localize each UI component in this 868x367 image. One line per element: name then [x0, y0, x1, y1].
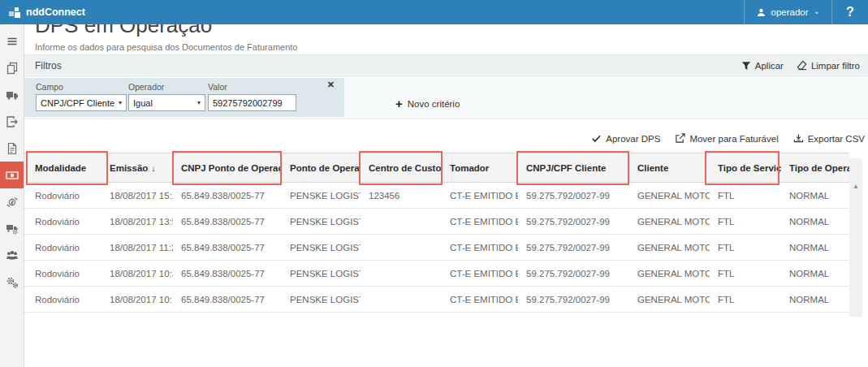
move-to-billable-button[interactable]: Mover para Faturável	[675, 133, 778, 144]
field-select[interactable]: CNPJ/CPF Cliente ▾	[36, 94, 127, 111]
cell-cliente: GENERAL MOTORS ...	[629, 183, 710, 208]
column-header-centro-custo[interactable]: Centro de Custo	[361, 153, 442, 182]
cell-ponto-operacao: PENSKE LOGISTICS C...	[282, 209, 361, 234]
table-toolbar: Aprovar DPS Mover para Faturável Exporta…	[591, 133, 865, 144]
filters-title: Filtros	[35, 60, 62, 71]
sidebar-item-fleet-config[interactable]	[0, 215, 24, 242]
money-sync-icon	[6, 196, 19, 209]
cell-emissao: 18/08/2017 10:38	[101, 261, 173, 286]
column-header-tipo-servico[interactable]: Tipo de Serviço	[710, 153, 781, 182]
cell-modalidade: Rodoviário	[24, 261, 101, 286]
page-title: DPS em Operação	[35, 24, 212, 38]
remove-criterion-button[interactable]: ✕	[327, 80, 335, 89]
export-csv-button[interactable]: Exportar CSV	[793, 133, 865, 144]
user-menu[interactable]: operador ⌄	[745, 0, 831, 24]
plus-icon: +	[395, 99, 403, 109]
scroll-up-icon[interactable]: ▲	[849, 183, 862, 190]
column-header-cnpj-ponto-operacao[interactable]: CNPJ Ponto de Operação	[173, 153, 282, 182]
sidebar-item-dps-operacao[interactable]	[0, 162, 24, 188]
brand[interactable]: nddConnect	[8, 6, 85, 19]
download-icon	[793, 133, 804, 144]
table-row[interactable]: Rodoviário 18/08/2017 10:14 65.849.838/0…	[24, 287, 849, 313]
cell-centro-custo	[361, 235, 442, 260]
sidebar-item-transport[interactable]	[0, 81, 24, 108]
apply-filter-button[interactable]: Aplicar	[741, 60, 784, 71]
cell-cnpj-ponto-operacao: 65.849.838/0025-77	[173, 183, 282, 208]
cell-emissao: 18/08/2017 13:52	[101, 209, 173, 234]
document-icon	[6, 142, 19, 155]
cell-cnpj-ponto-operacao: 65.849.838/0025-77	[173, 287, 282, 312]
cell-emissao: 18/08/2017 15:20	[101, 183, 173, 208]
menu-icon	[6, 35, 19, 48]
table-scrollbar[interactable]: ▲	[849, 158, 862, 317]
sidebar	[0, 24, 24, 367]
truck-icon	[6, 89, 19, 101]
eraser-icon	[797, 60, 807, 71]
filters-panel-header: Filtros Aplicar Limpar filtro	[24, 54, 868, 76]
nddconnect-logo-icon	[8, 6, 21, 19]
cell-tomador: CT-E EMITIDO EM A...	[442, 287, 518, 312]
sidebar-item-settings[interactable]	[0, 269, 24, 296]
sidebar-item-documents-copy[interactable]	[0, 54, 24, 81]
cell-tomador: CT-E EMITIDO EM A...	[442, 261, 518, 286]
cell-tipo-operacao: NORMAL	[781, 235, 849, 260]
cell-cnpj-cpf-cliente: 59.275.792/0027-99	[518, 261, 629, 286]
column-header-cnpj-cpf-cliente[interactable]: CNPJ/CPF Cliente	[518, 153, 629, 182]
sidebar-item-money-sync[interactable]	[0, 188, 24, 215]
table-row[interactable]: Rodoviário 18/08/2017 10:38 65.849.838/0…	[24, 261, 849, 287]
cell-tipo-servico: FTL	[710, 261, 781, 286]
cell-cnpj-ponto-operacao: 65.849.838/0025-77	[173, 261, 282, 286]
cell-tomador: CT-E EMITIDO EM A...	[442, 183, 518, 208]
table-header-row: Modalidade Emissão↓ CNPJ Ponto de Operaç…	[24, 153, 849, 183]
filter-criteria-area: ✕ Campo CNPJ/CPF Cliente ▾ Operador Igua…	[24, 76, 868, 119]
table-row[interactable]: Rodoviário 18/08/2017 15:20 65.849.838/0…	[24, 183, 849, 209]
cell-centro-custo	[361, 287, 442, 312]
column-header-emissao[interactable]: Emissão↓	[101, 153, 173, 182]
cell-modalidade: Rodoviário	[24, 235, 101, 260]
export-icon	[6, 115, 19, 128]
user-label: operador	[771, 7, 809, 17]
operator-label: Operador	[128, 82, 205, 92]
cell-tipo-servico: FTL	[710, 209, 781, 234]
column-header-tipo-operacao[interactable]: Tipo de Operação	[781, 153, 849, 182]
cell-tipo-operacao: NORMAL	[781, 183, 849, 208]
cell-emissao: 18/08/2017 11:21	[101, 235, 173, 260]
settings-icon	[6, 276, 19, 289]
table-row[interactable]: Rodoviário 18/08/2017 11:21 65.849.838/0…	[24, 235, 849, 261]
sidebar-menu-toggle[interactable]	[0, 28, 24, 54]
column-header-tomador[interactable]: Tomador	[442, 153, 518, 182]
cell-cnpj-ponto-operacao: 65.849.838/0025-77	[173, 209, 282, 234]
table-body: Rodoviário 18/08/2017 15:20 65.849.838/0…	[24, 183, 849, 313]
table-row[interactable]: Rodoviário 18/08/2017 13:52 65.849.838/0…	[24, 209, 849, 235]
help-button[interactable]: ?	[832, 0, 868, 24]
sidebar-item-export[interactable]	[0, 108, 24, 135]
cell-cliente: GENERAL MOTORS ...	[629, 235, 710, 260]
new-criterion-button[interactable]: + Novo critério	[395, 99, 460, 109]
cell-tipo-operacao: NORMAL	[781, 261, 849, 286]
cell-centro-custo	[361, 261, 442, 286]
cell-modalidade: Rodoviário	[24, 183, 101, 208]
cell-emissao: 18/08/2017 10:14	[101, 287, 173, 312]
sidebar-item-document[interactable]	[0, 135, 24, 162]
column-header-cliente[interactable]: Cliente	[629, 153, 710, 182]
cell-cliente: GENERAL MOTORS ...	[629, 287, 710, 312]
clear-filter-button[interactable]: Limpar filtro	[797, 60, 860, 71]
cell-ponto-operacao: PENSKE LOGISTICS C...	[282, 287, 361, 312]
check-icon	[591, 133, 602, 144]
cell-tipo-servico: FTL	[710, 235, 781, 260]
approve-dps-button[interactable]: Aprovar DPS	[591, 133, 660, 144]
cell-centro-custo	[361, 209, 442, 234]
page-subtitle: Informe os dados para pesquisa dos Docum…	[35, 42, 297, 52]
dropdown-caret-icon: ▾	[119, 99, 122, 106]
value-input[interactable]	[208, 94, 296, 111]
column-header-modalidade[interactable]: Modalidade	[24, 153, 101, 182]
sidebar-item-users[interactable]	[0, 242, 24, 269]
copy-icon	[6, 62, 19, 75]
cell-tipo-servico: FTL	[710, 183, 781, 208]
truck-gear-icon	[6, 222, 19, 235]
chevron-down-icon: ⌄	[814, 6, 820, 15]
column-header-ponto-operacao[interactable]: Ponto de Operação	[282, 153, 361, 182]
operator-select[interactable]: Igual ▾	[128, 94, 205, 111]
cell-cliente: GENERAL MOTORS ...	[629, 261, 710, 286]
cell-tipo-servico: FTL	[710, 287, 781, 312]
